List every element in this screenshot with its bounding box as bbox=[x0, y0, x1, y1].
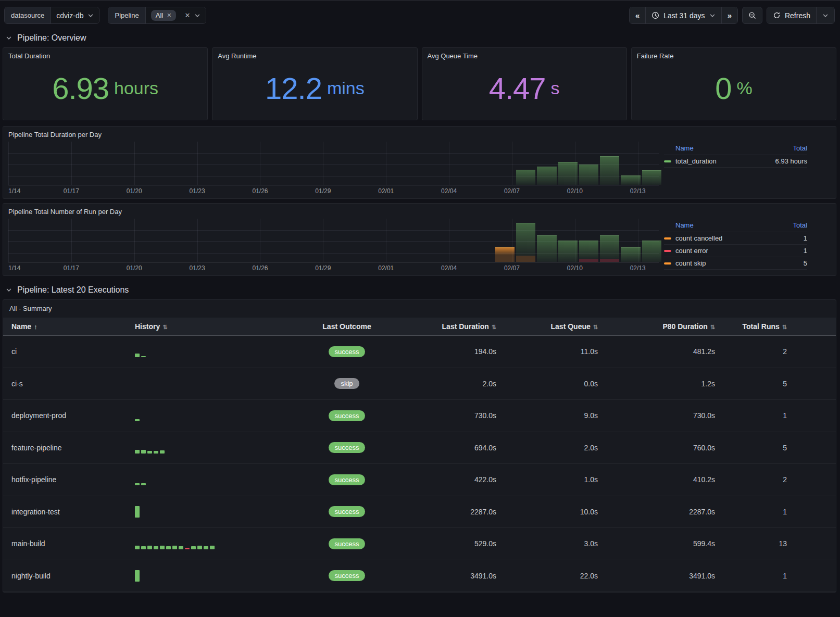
bar-segment bbox=[495, 255, 515, 262]
last-outcome-cell: success bbox=[292, 506, 402, 517]
table-row: ci-sskip2.0s0.0s1.2s5 bbox=[3, 368, 836, 400]
legend-header-total[interactable]: Total bbox=[793, 221, 807, 229]
x-tick-label: 01/29 bbox=[315, 265, 331, 272]
table-body: cisuccess194.0s11.0s481.2s2ci-sskip2.0s0… bbox=[3, 336, 836, 592]
history-success-mark bbox=[135, 546, 140, 549]
stat-panel-avg-runtime: Avg Runtime12.2mins bbox=[212, 47, 417, 120]
time-shift-back-button[interactable]: « bbox=[630, 7, 645, 23]
pipeline-filter-chip[interactable]: All ✕ bbox=[151, 10, 177, 21]
section-pipeline-overview[interactable]: Pipeline: Overview bbox=[3, 28, 836, 47]
time-range-picker[interactable]: Last 31 days bbox=[645, 7, 721, 23]
column-header-total-runs[interactable]: Total Runs⇅ bbox=[719, 322, 791, 331]
legend-row[interactable]: count error1 bbox=[664, 245, 807, 257]
x-tick-label: 01/26 bbox=[252, 187, 268, 195]
column-header-last-queue[interactable]: Last Queue⇅ bbox=[500, 322, 602, 331]
bar-segment bbox=[621, 247, 640, 262]
history-success-mark bbox=[210, 546, 215, 549]
stat-title: Avg Queue Time bbox=[422, 48, 626, 62]
refresh-button[interactable]: Refresh bbox=[767, 7, 816, 23]
panel-title: All - Summary bbox=[3, 300, 836, 318]
column-header-p80-duration[interactable]: P80 Duration⇅ bbox=[602, 322, 719, 331]
legend-header-name[interactable]: Name bbox=[675, 221, 694, 229]
section-latest-executions[interactable]: Pipeline: Latest 20 Executions bbox=[3, 280, 836, 299]
column-header-history[interactable]: History⇅ bbox=[131, 322, 292, 331]
last-queue-cell: 3.0s bbox=[500, 539, 602, 548]
table-row: nightly-buildsuccess3491.0s22.0s3491.0s1 bbox=[3, 560, 836, 593]
refresh-interval-dropdown[interactable] bbox=[816, 7, 834, 23]
datasource-value: cdviz-db bbox=[56, 11, 83, 20]
last-duration-cell: 694.0s bbox=[402, 444, 500, 452]
table-row: feature-pipelinesuccess694.0s2.0s760.0s5 bbox=[3, 432, 836, 464]
clear-filter-icon[interactable]: ✕ bbox=[184, 12, 190, 19]
last-queue-cell: 11.0s bbox=[500, 347, 602, 356]
zoom-out-icon bbox=[748, 11, 756, 19]
last-duration-cell: 730.0s bbox=[402, 411, 500, 420]
outcome-badge: skip bbox=[334, 378, 359, 389]
chart-bar bbox=[621, 247, 640, 262]
table-row: cisuccess194.0s11.0s481.2s2 bbox=[3, 336, 836, 368]
legend-header-name[interactable]: Name bbox=[675, 144, 694, 152]
panel-all-summary: All - Summary Name↑History⇅Last OutcomeL… bbox=[3, 299, 836, 593]
chart-bar bbox=[642, 170, 661, 185]
chevron-down-icon bbox=[709, 12, 716, 19]
history-sparkline bbox=[135, 538, 288, 549]
bar-segment bbox=[600, 156, 619, 185]
column-header-name[interactable]: Name↑ bbox=[3, 322, 131, 331]
pipeline-name-cell: hotfix-pipeline bbox=[3, 475, 131, 484]
legend-series-total: 1 bbox=[804, 247, 807, 255]
outcome-badge: success bbox=[329, 570, 366, 581]
time-shift-forward-button[interactable]: » bbox=[721, 7, 737, 23]
last-queue-cell: 22.0s bbox=[500, 572, 602, 580]
chart-bar bbox=[600, 235, 619, 262]
gridline-horizontal bbox=[8, 230, 659, 231]
table-row: integration-testsuccess2287.0s10.0s2287.… bbox=[3, 496, 836, 528]
outcome-badge: success bbox=[329, 410, 366, 421]
zoom-out-button[interactable] bbox=[742, 7, 762, 24]
gridline-vertical bbox=[386, 219, 386, 262]
table-row: main-buildsuccess529.0s3.0s599.4s13 bbox=[3, 528, 836, 560]
history-success-mark bbox=[135, 354, 140, 357]
double-chevron-right-icon: » bbox=[728, 11, 732, 20]
chevron-down-icon bbox=[87, 12, 94, 19]
last-outcome-cell: success bbox=[292, 474, 402, 485]
column-header-last-duration[interactable]: Last Duration⇅ bbox=[402, 322, 500, 331]
gridline-vertical bbox=[134, 142, 135, 185]
legend-row[interactable]: count skip5 bbox=[664, 257, 807, 270]
legend-row[interactable]: count cancelled1 bbox=[664, 232, 807, 245]
gridline-vertical bbox=[8, 219, 9, 262]
stat-value: 4.47s bbox=[422, 62, 626, 120]
p80-duration-cell: 730.0s bbox=[602, 411, 719, 420]
legend-header-total[interactable]: Total bbox=[793, 144, 807, 152]
x-tick-label: 02/07 bbox=[504, 187, 520, 195]
legend-series-name: count error bbox=[675, 247, 804, 255]
history-success-mark bbox=[160, 450, 165, 454]
p80-duration-cell: 3491.0s bbox=[602, 572, 719, 580]
history-success-mark bbox=[204, 546, 208, 549]
total-runs-cell: 1 bbox=[719, 411, 791, 420]
x-tick-label: 01/23 bbox=[190, 265, 205, 272]
history-cell bbox=[131, 570, 292, 582]
history-cell bbox=[131, 538, 292, 549]
datasource-label: datasource bbox=[5, 7, 51, 23]
history-success-mark bbox=[154, 451, 158, 454]
outcome-badge: success bbox=[329, 474, 366, 485]
datasource-select[interactable]: cdviz-db bbox=[51, 7, 99, 23]
x-axis: 1/1401/1701/2001/2301/2601/2902/0102/040… bbox=[8, 265, 659, 273]
panel-total-duration-per-day: Pipeline Total Duration per Day 1/1401/1… bbox=[3, 126, 836, 199]
gridline-vertical bbox=[71, 142, 72, 185]
last-queue-cell: 0.0s bbox=[500, 380, 602, 388]
remove-chip-icon[interactable]: ✕ bbox=[167, 12, 171, 18]
history-sparkline bbox=[135, 506, 288, 518]
stat-title: Avg Runtime bbox=[212, 48, 417, 62]
pipeline-filter-value[interactable]: All ✕ ✕ bbox=[146, 7, 206, 23]
legend-row[interactable]: total_duration6.93 hours bbox=[664, 155, 807, 168]
last-duration-cell: 529.0s bbox=[402, 539, 500, 548]
gridline-vertical bbox=[134, 219, 135, 262]
column-header-last-outcome[interactable]: Last Outcome bbox=[292, 322, 402, 331]
time-controls: « Last 31 days » Refresh bbox=[629, 7, 835, 24]
bar-segment bbox=[537, 235, 556, 262]
x-tick-label: 01/23 bbox=[190, 187, 205, 195]
history-success-mark bbox=[172, 546, 177, 549]
x-tick-label: 02/07 bbox=[504, 265, 520, 272]
outcome-badge: success bbox=[329, 538, 366, 549]
